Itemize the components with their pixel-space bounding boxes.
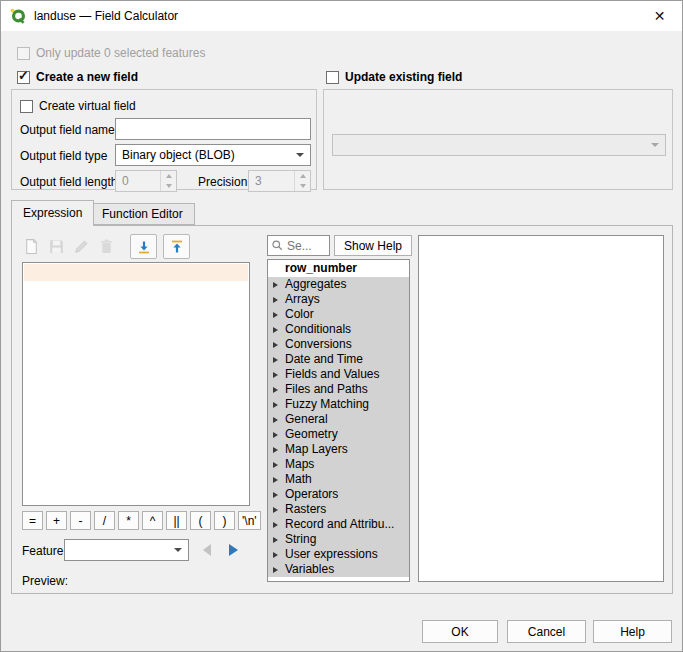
only-update-label: Only update 0 selected features — [36, 46, 205, 60]
function-group-row[interactable]: Rasters — [268, 502, 409, 517]
operator-button[interactable]: + — [46, 511, 67, 530]
import-expressions-button[interactable] — [130, 234, 157, 259]
create-new-field-checkbox[interactable]: ✓ — [17, 71, 30, 84]
function-group-label: Color — [285, 307, 314, 322]
function-group-row[interactable]: Variables — [268, 562, 409, 577]
expand-arrow-icon — [273, 372, 278, 378]
new-field-groupbox: Create virtual field Output field name O… — [11, 89, 317, 190]
chevron-down-icon — [174, 548, 182, 552]
operator-button[interactable]: '\n' — [238, 511, 261, 530]
operator-button[interactable]: || — [166, 511, 187, 530]
export-expressions-button[interactable] — [163, 234, 190, 259]
operator-button[interactable]: ^ — [142, 511, 163, 530]
function-group-row[interactable]: Math — [268, 472, 409, 487]
update-existing-field-checkbox[interactable] — [326, 71, 339, 84]
function-group-row[interactable]: String — [268, 532, 409, 547]
function-group-row[interactable]: Date and Time — [268, 352, 409, 367]
field-calculator-dialog: landuse — Field Calculator ✕ Only update… — [0, 0, 683, 652]
spinner-down-icon — [300, 184, 306, 188]
function-group-row[interactable]: User expressions — [268, 547, 409, 562]
operator-button[interactable]: ( — [190, 511, 211, 530]
expand-arrow-icon — [273, 417, 278, 423]
current-line-highlight — [24, 264, 248, 281]
previous-feature-button — [196, 539, 218, 561]
tab-function-editor[interactable]: Function Editor — [90, 203, 195, 225]
expression-editor[interactable] — [22, 262, 250, 506]
function-group-row[interactable]: Aggregates — [268, 277, 409, 292]
next-feature-button[interactable] — [222, 539, 244, 561]
function-group-row[interactable]: Conversions — [268, 337, 409, 352]
feature-label: Feature — [22, 544, 63, 558]
function-group-row[interactable]: Record and Attribu... — [268, 517, 409, 532]
expression-toolbar — [22, 234, 190, 259]
spinner-arrows — [160, 171, 176, 191]
precision-label: Precision — [198, 175, 247, 189]
function-group-label: Date and Time — [285, 352, 363, 367]
operator-button[interactable]: - — [70, 511, 91, 530]
function-item-row-number[interactable]: row_number — [268, 260, 409, 277]
expand-arrow-icon — [273, 312, 278, 318]
output-field-type-value: Binary object (BLOB) — [122, 148, 292, 162]
only-update-row: Only update 0 selected features — [17, 46, 205, 60]
existing-field-select — [332, 134, 666, 156]
precision-value: 3 — [249, 171, 294, 191]
function-group-row[interactable]: Arrays — [268, 292, 409, 307]
operator-button[interactable]: / — [94, 511, 115, 530]
save-expression-button — [47, 237, 66, 256]
ok-button[interactable]: OK — [422, 620, 498, 643]
edit-expression-button — [72, 237, 91, 256]
function-help-panel — [418, 235, 664, 582]
function-group-row[interactable]: Map Layers — [268, 442, 409, 457]
function-group-row[interactable]: Maps — [268, 457, 409, 472]
chevron-down-icon — [651, 143, 659, 147]
output-field-name-input[interactable] — [115, 118, 311, 140]
expand-arrow-icon — [273, 387, 278, 393]
only-update-checkbox — [17, 47, 30, 60]
function-groups: Aggregates Arrays Color Conditio — [268, 277, 409, 577]
operator-button[interactable]: * — [118, 511, 139, 530]
output-field-name-label: Output field name — [20, 123, 115, 137]
show-help-button[interactable]: Show Help — [334, 235, 412, 256]
operator-button[interactable]: ) — [214, 511, 235, 530]
function-group-row[interactable]: Fuzzy Matching — [268, 397, 409, 412]
cancel-button[interactable]: Cancel — [507, 620, 586, 643]
expand-arrow-icon — [273, 342, 278, 348]
expand-arrow-icon — [273, 357, 278, 363]
title-bar: landuse — Field Calculator ✕ — [1, 1, 682, 31]
function-group-row[interactable]: Color — [268, 307, 409, 322]
output-field-length-label: Output field length — [20, 175, 117, 189]
preview-label: Preview: — [22, 574, 68, 588]
window-title: landuse — Field Calculator — [34, 9, 178, 23]
existing-field-groupbox — [323, 89, 673, 190]
create-new-field-row: ✓ Create a new field — [17, 70, 138, 84]
arrow-left-icon — [203, 544, 211, 556]
expand-arrow-icon — [273, 552, 278, 558]
function-group-row[interactable]: Fields and Values — [268, 367, 409, 382]
tab-expression[interactable]: Expression — [11, 200, 94, 226]
create-virtual-field-label: Create virtual field — [39, 99, 136, 113]
output-field-length-value: 0 — [116, 171, 160, 191]
expand-arrow-icon — [273, 522, 278, 528]
function-group-row[interactable]: Operators — [268, 487, 409, 502]
function-group-label: User expressions — [285, 547, 378, 562]
function-group-row[interactable]: Geometry — [268, 427, 409, 442]
arrow-right-icon — [229, 544, 238, 556]
update-existing-field-row: Update existing field — [326, 70, 462, 84]
function-group-row[interactable]: Files and Paths — [268, 382, 409, 397]
output-field-type-select[interactable]: Binary object (BLOB) — [115, 144, 311, 166]
function-group-row[interactable]: General — [268, 412, 409, 427]
function-group-label: Variables — [285, 562, 334, 577]
chevron-down-icon — [296, 153, 304, 157]
expand-arrow-icon — [273, 462, 278, 468]
close-button[interactable]: ✕ — [637, 1, 682, 31]
operator-button[interactable]: = — [22, 511, 43, 530]
expand-arrow-icon — [273, 432, 278, 438]
function-group-row[interactable]: Conditionals — [268, 322, 409, 337]
function-group-label: Geometry — [285, 427, 338, 442]
search-input[interactable] — [287, 239, 326, 253]
feature-select[interactable] — [64, 539, 189, 561]
expand-arrow-icon — [273, 492, 278, 498]
create-virtual-field-checkbox[interactable] — [20, 100, 33, 113]
function-group-label: Operators — [285, 487, 338, 502]
help-button[interactable]: Help — [593, 620, 672, 643]
